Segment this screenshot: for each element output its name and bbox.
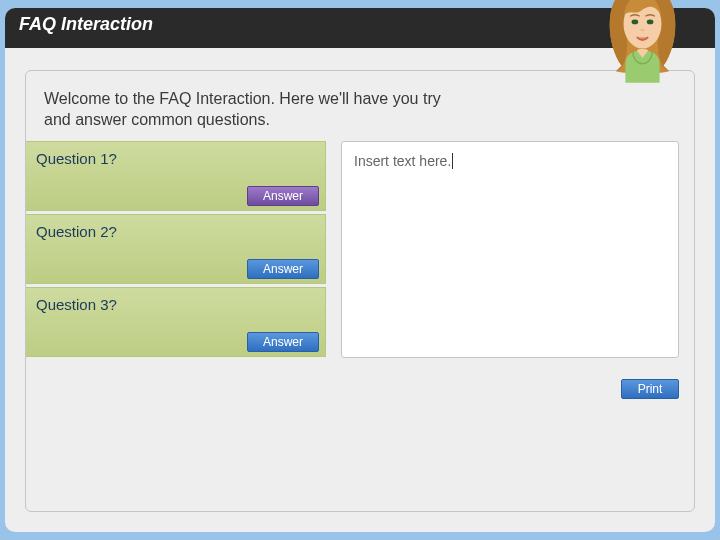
answer-textarea[interactable]: Insert text here. (341, 141, 679, 358)
question-label: Question 2? (36, 223, 117, 240)
text-cursor-icon (452, 153, 453, 169)
avatar-image (595, 0, 690, 83)
answer-button-3[interactable]: Answer (247, 332, 319, 352)
question-card-3[interactable]: Question 3? Answer (26, 287, 326, 357)
app-window: FAQ Interaction Welcome to the FAQ Inter… (5, 8, 715, 532)
print-button[interactable]: Print (621, 379, 679, 399)
question-list: Question 1? Answer Question 2? Answer Qu… (26, 141, 326, 360)
question-card-1[interactable]: Question 1? Answer (26, 141, 326, 211)
answer-placeholder: Insert text here. (354, 153, 451, 169)
answer-button-1[interactable]: Answer (247, 186, 319, 206)
answer-button-2[interactable]: Answer (247, 259, 319, 279)
svg-point-1 (632, 20, 639, 25)
intro-text: Welcome to the FAQ Interaction. Here we'… (44, 89, 464, 131)
question-label: Question 1? (36, 150, 117, 167)
question-card-2[interactable]: Question 2? Answer (26, 214, 326, 284)
content-panel: Welcome to the FAQ Interaction. Here we'… (25, 70, 695, 512)
svg-point-2 (647, 20, 654, 25)
question-label: Question 3? (36, 296, 117, 313)
